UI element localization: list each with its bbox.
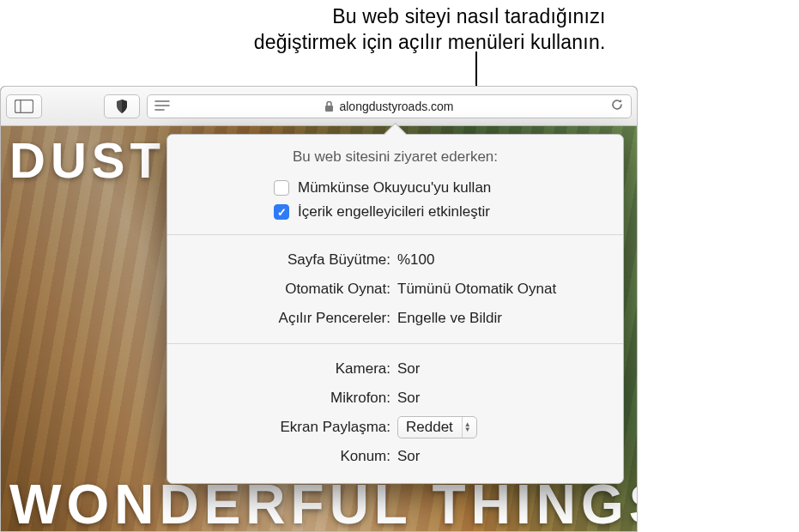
zoom-label: Sayfa Büyütme: [167,248,397,272]
screenshare-label: Ekran Paylaşma: [167,415,397,439]
use-reader-checkbox[interactable] [274,180,289,196]
url-text: alongdustyroads.com [339,100,453,113]
browser-toolbar: alongdustyroads.com [1,87,637,126]
zoom-row[interactable]: Sayfa Büyütme: %100 [167,245,623,275]
svg-rect-0 [15,100,33,112]
autoplay-value[interactable]: Tümünü Otomatik Oynat [397,277,556,301]
shield-icon [115,99,129,114]
camera-row[interactable]: Kamera: Sor [167,354,623,384]
safari-window: alongdustyroads.com DUSTY R WONDERFUL TH… [0,86,638,532]
popover-title: Bu web sitesini ziyaret ederken: [167,135,623,176]
location-row[interactable]: Konum: Sor [167,442,623,471]
location-value[interactable]: Sor [397,444,420,469]
camera-label: Kamera: [167,357,397,381]
popups-label: Açılır Pencereler: [167,306,397,330]
screenshare-value: Reddet [406,415,453,439]
reader-toggle-icon[interactable] [154,100,170,113]
location-label: Konum: [167,444,397,469]
privacy-report-button[interactable] [104,94,140,118]
microphone-value[interactable]: Sor [397,386,420,410]
svg-rect-5 [325,106,333,112]
screenshare-select[interactable]: Reddet ▲▼ [397,416,477,438]
callout-line-2: değiştirmek için açılır menüleri kullanı… [194,29,606,55]
reload-button[interactable] [610,98,624,114]
lock-icon [324,100,334,112]
sidebar-icon [15,100,33,113]
website-settings-popover: Bu web sitesini ziyaret ederken: Mümküns… [166,134,624,484]
separator-1 [167,234,623,235]
popups-value[interactable]: Engelle ve Bildir [397,306,502,330]
content-blockers-row[interactable]: ✓ İçerik engelleyicileri etkinleştir [167,200,623,224]
autoplay-row[interactable]: Otomatik Oynat: Tümünü Otomatik Oynat [167,275,623,304]
screenshare-row[interactable]: Ekran Paylaşma: Reddet ▲▼ [167,413,623,442]
callout-annotation: Bu web siteyi nasıl taradığınızı değişti… [194,3,606,55]
content-blockers-checkbox[interactable]: ✓ [274,204,289,220]
callout-line-1: Bu web siteyi nasıl taradığınızı [194,3,606,29]
chevron-up-down-icon: ▲▼ [462,417,473,438]
content-blockers-label: İçerik engelleyicileri etkinleştir [298,203,490,221]
address-bar[interactable]: alongdustyroads.com [147,94,632,118]
autoplay-label: Otomatik Oynat: [167,277,397,301]
popups-row[interactable]: Açılır Pencereler: Engelle ve Bildir [167,304,623,333]
use-reader-label: Mümkünse Okuyucu'yu kullan [298,179,491,196]
separator-2 [167,343,623,344]
use-reader-row[interactable]: Mümkünse Okuyucu'yu kullan [167,176,623,200]
reload-icon [610,98,624,112]
sidebar-toggle-button[interactable] [6,94,42,118]
camera-value[interactable]: Sor [397,357,420,381]
microphone-label: Mikrofon: [167,386,397,410]
zoom-value[interactable]: %100 [397,248,434,272]
microphone-row[interactable]: Mikrofon: Sor [167,384,623,413]
